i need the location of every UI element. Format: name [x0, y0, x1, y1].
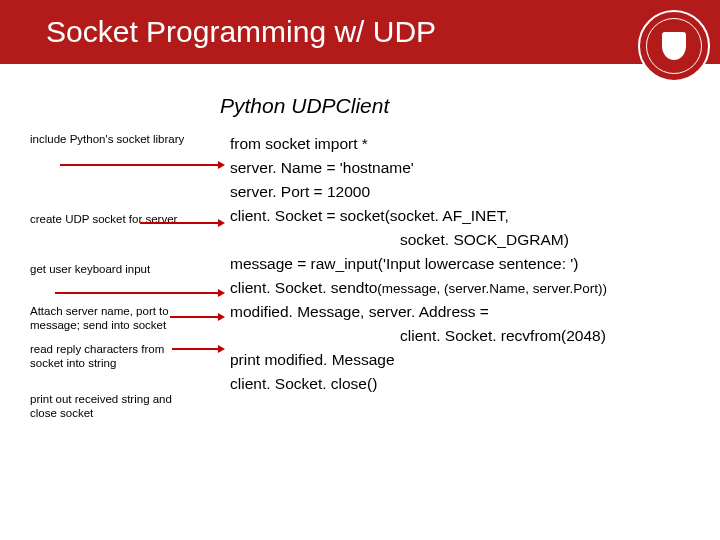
- code-line: server. Name = 'hostname': [230, 156, 720, 180]
- code-line: print modified. Message: [230, 348, 720, 372]
- arrow-icon: [170, 316, 220, 318]
- code-line: message = raw_input('Input lowercase sen…: [230, 252, 720, 276]
- code-fragment: (message, (server.Name, server.Port)): [377, 281, 607, 296]
- annotation-recvfrom: read reply characters from socket into s…: [30, 342, 200, 371]
- annotation-user-input: get user keyboard input: [30, 262, 200, 276]
- cornell-seal-icon: [638, 10, 710, 82]
- code-line: client. Socket. sendto(message, (server.…: [230, 276, 720, 300]
- seal-shield-icon: [662, 32, 686, 60]
- slide-subtitle: Python UDPClient: [220, 94, 720, 118]
- slide-header: Socket Programming w/ UDP: [0, 0, 720, 64]
- code-line: socket. SOCK_DGRAM): [230, 228, 720, 252]
- code-line: server. Port = 12000: [230, 180, 720, 204]
- seal-ring: [646, 18, 702, 74]
- annotation-create-socket: create UDP socket for server: [30, 212, 200, 226]
- code-block: from socket import * server. Name = 'hos…: [230, 132, 720, 396]
- code-line: client. Socket = socket(socket. AF_INET,: [230, 204, 720, 228]
- code-line: client. Socket. recvfrom(2048): [230, 324, 720, 348]
- code-line: modified. Message, server. Address =: [230, 300, 720, 324]
- code-line: from socket import *: [230, 132, 720, 156]
- annotation-print-close: print out received string and close sock…: [30, 392, 200, 421]
- annotation-include-library: include Python's socket library: [30, 132, 200, 146]
- arrow-icon: [55, 292, 220, 294]
- code-fragment: client. Socket. sendto: [230, 279, 377, 296]
- slide-content: include Python's socket library create U…: [0, 128, 720, 396]
- annotation-sendto: Attach server name, port to message; sen…: [30, 304, 200, 333]
- arrow-icon: [172, 348, 220, 350]
- slide-title: Socket Programming w/ UDP: [46, 15, 436, 49]
- code-line: client. Socket. close(): [230, 372, 720, 396]
- arrow-icon: [140, 222, 220, 224]
- arrow-icon: [60, 164, 220, 166]
